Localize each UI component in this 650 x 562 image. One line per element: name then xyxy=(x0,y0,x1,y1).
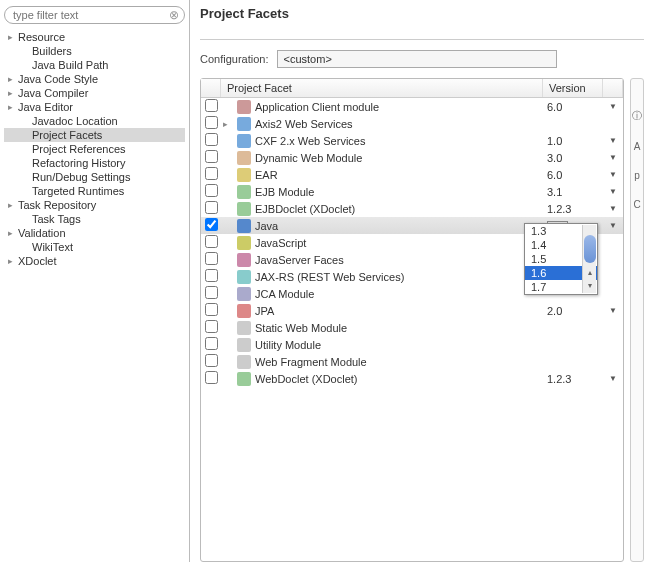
jca-icon xyxy=(237,287,251,301)
version-dropdown-arrow-icon[interactable]: ▼ xyxy=(603,221,623,230)
preferences-tree: ▸ResourceBuildersJava Build Path▸Java Co… xyxy=(4,30,185,268)
facet-label: JCA Module xyxy=(255,288,314,300)
disclosure-arrow-icon[interactable]: ▸ xyxy=(8,256,18,266)
facet-checkbox[interactable] xyxy=(205,303,218,316)
scrollbar-thumb[interactable] xyxy=(584,235,596,263)
tree-item[interactable]: Targeted Runtimes xyxy=(4,184,185,198)
sw-icon xyxy=(237,321,251,335)
clear-filter-icon[interactable]: ⊗ xyxy=(167,8,181,22)
facet-label: JavaScript xyxy=(255,237,306,249)
version-dropdown[interactable]: 1.31.41.51.61.7 ▴ ▾ xyxy=(524,223,598,295)
facet-checkbox[interactable] xyxy=(205,235,218,248)
facet-checkbox[interactable] xyxy=(205,337,218,350)
row-expander-icon[interactable]: ▸ xyxy=(223,119,233,129)
facet-label: EJBDoclet (XDoclet) xyxy=(255,203,355,215)
facet-checkbox[interactable] xyxy=(205,354,218,367)
table-row[interactable]: Utility Module xyxy=(201,336,623,353)
facet-label: Application Client module xyxy=(255,101,379,113)
tree-item[interactable]: Java Build Path xyxy=(4,58,185,72)
jpa-icon xyxy=(237,304,251,318)
header-facet[interactable]: Project Facet xyxy=(221,79,543,97)
tree-item[interactable]: ▸XDoclet xyxy=(4,254,185,268)
table-row[interactable]: CXF 2.x Web Services1.0▼ xyxy=(201,132,623,149)
dropdown-scrollbar[interactable]: ▴ ▾ xyxy=(582,225,596,293)
facet-version: 6.0 xyxy=(543,169,603,181)
disclosure-arrow-icon[interactable]: ▸ xyxy=(8,200,18,210)
tree-item[interactable]: Project Facets xyxy=(4,128,185,142)
facet-label: Java xyxy=(255,220,278,232)
java-icon xyxy=(237,219,251,233)
tree-item-label: Builders xyxy=(32,45,72,57)
disclosure-arrow-icon[interactable]: ▸ xyxy=(8,32,18,42)
preferences-sidebar: ⊗ ▸ResourceBuildersJava Build Path▸Java … xyxy=(0,0,190,562)
facet-checkbox[interactable] xyxy=(205,133,218,146)
table-row[interactable]: EAR6.0▼ xyxy=(201,166,623,183)
scroll-down-icon[interactable]: ▾ xyxy=(584,280,596,292)
disclosure-arrow-icon[interactable]: ▸ xyxy=(8,88,18,98)
table-row[interactable]: Dynamic Web Module3.0▼ xyxy=(201,149,623,166)
configuration-label: Configuration: xyxy=(200,53,269,65)
tree-item[interactable]: ▸Java Editor xyxy=(4,100,185,114)
disclosure-arrow-icon[interactable]: ▸ xyxy=(8,228,18,238)
table-row[interactable]: EJB Module3.1▼ xyxy=(201,183,623,200)
tree-item[interactable]: Builders xyxy=(4,44,185,58)
tree-item-label: Targeted Runtimes xyxy=(32,185,124,197)
scroll-up-icon[interactable]: ▴ xyxy=(584,267,596,279)
facet-checkbox[interactable] xyxy=(205,116,218,129)
table-row[interactable]: EJBDoclet (XDoclet)1.2.3▼ xyxy=(201,200,623,217)
disclosure-arrow-icon[interactable]: ▸ xyxy=(8,74,18,84)
tree-item[interactable]: ▸Java Code Style xyxy=(4,72,185,86)
version-dropdown-arrow-icon[interactable]: ▼ xyxy=(603,170,623,179)
tree-item[interactable]: ▸Task Repository xyxy=(4,198,185,212)
tree-item[interactable]: Javadoc Location xyxy=(4,114,185,128)
facet-checkbox[interactable] xyxy=(205,218,218,231)
table-row[interactable]: WebDoclet (XDoclet)1.2.3▼ xyxy=(201,370,623,387)
header-version[interactable]: Version xyxy=(543,79,603,97)
facet-checkbox[interactable] xyxy=(205,201,218,214)
version-dropdown-arrow-icon[interactable]: ▼ xyxy=(603,136,623,145)
facet-checkbox[interactable] xyxy=(205,167,218,180)
tree-item[interactable]: Refactoring History xyxy=(4,156,185,170)
facet-checkbox[interactable] xyxy=(205,320,218,333)
app-icon xyxy=(237,100,251,114)
facet-checkbox[interactable] xyxy=(205,371,218,384)
version-dropdown-arrow-icon[interactable]: ▼ xyxy=(603,204,623,213)
side-letter-a: A xyxy=(634,141,641,152)
tree-item[interactable]: ▸Validation xyxy=(4,226,185,240)
facet-version: 1.0 xyxy=(543,135,603,147)
facet-checkbox[interactable] xyxy=(205,269,218,282)
tree-item-label: Project References xyxy=(32,143,126,155)
disclosure-arrow-icon[interactable]: ▸ xyxy=(8,102,18,112)
table-row[interactable]: Static Web Module xyxy=(201,319,623,336)
ear-icon xyxy=(237,168,251,182)
tree-item-label: WikiText xyxy=(32,241,73,253)
table-row[interactable]: Application Client module6.0▼ xyxy=(201,98,623,115)
version-dropdown-arrow-icon[interactable]: ▼ xyxy=(603,306,623,315)
version-dropdown-arrow-icon[interactable]: ▼ xyxy=(603,153,623,162)
facet-checkbox[interactable] xyxy=(205,184,218,197)
facet-checkbox[interactable] xyxy=(205,150,218,163)
table-header: Project Facet Version xyxy=(201,79,623,98)
header-checkbox-col xyxy=(201,79,221,97)
info-icon: ⓘ xyxy=(632,109,642,123)
version-dropdown-arrow-icon[interactable]: ▼ xyxy=(603,102,623,111)
tree-item[interactable]: WikiText xyxy=(4,240,185,254)
tree-item[interactable]: ▸Resource xyxy=(4,30,185,44)
page-title: Project Facets xyxy=(200,6,644,40)
facet-checkbox[interactable] xyxy=(205,286,218,299)
tree-item[interactable]: Run/Debug Settings xyxy=(4,170,185,184)
tree-item[interactable]: Project References xyxy=(4,142,185,156)
table-row[interactable]: ▸Axis2 Web Services xyxy=(201,115,623,132)
wf-icon xyxy=(237,355,251,369)
facet-checkbox[interactable] xyxy=(205,252,218,265)
table-row[interactable]: JPA2.0▼ xyxy=(201,302,623,319)
filter-input[interactable] xyxy=(4,6,185,24)
configuration-select[interactable]: <custom> xyxy=(277,50,557,68)
table-row[interactable]: Web Fragment Module xyxy=(201,353,623,370)
facet-checkbox[interactable] xyxy=(205,99,218,112)
version-dropdown-arrow-icon[interactable]: ▼ xyxy=(603,374,623,383)
js-icon xyxy=(237,236,251,250)
version-dropdown-arrow-icon[interactable]: ▼ xyxy=(603,187,623,196)
tree-item[interactable]: ▸Java Compiler xyxy=(4,86,185,100)
tree-item[interactable]: Task Tags xyxy=(4,212,185,226)
